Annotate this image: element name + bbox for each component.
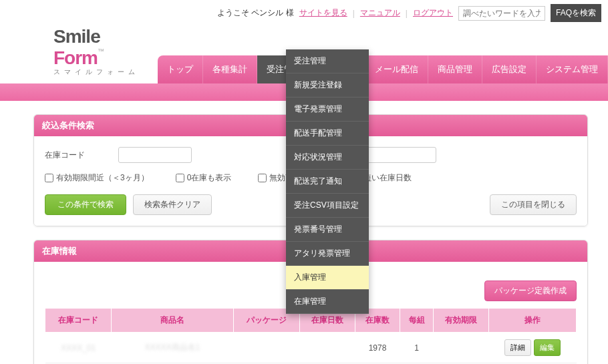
dropdown-item-8[interactable]: アタリ発票管理 (286, 242, 369, 266)
stock-table: 在庫コード商品名パッケージ在庫日数在庫数每組有効期限操作 XXXX_01XXXX… (45, 308, 577, 364)
nav-item-6[interactable]: 広告設定 (482, 55, 537, 83)
dropdown-item-6[interactable]: 受注CSV項目設定 (286, 194, 369, 218)
dropdown-item-0[interactable]: 受注管理 (286, 49, 369, 73)
check-1[interactable]: 0在庫も表示 (176, 172, 232, 184)
dropdown-item-4[interactable]: 対応状況管理 (286, 146, 369, 170)
dropdown-item-2[interactable]: 電子発票管理 (286, 98, 369, 122)
dropdown-item-3[interactable]: 配送手配管理 (286, 122, 369, 146)
dropdown-item-5[interactable]: 配送完了通知 (286, 170, 369, 194)
dropdown-item-1[interactable]: 新規受注登録 (286, 73, 369, 98)
search-button[interactable]: この条件で検索 (45, 194, 126, 215)
cell (300, 333, 355, 363)
col-1: 商品名 (112, 309, 233, 333)
cell: 1978 (355, 333, 400, 363)
col-0: 在庫コード (45, 309, 112, 333)
col-5: 每組 (400, 309, 433, 333)
nav-item-0[interactable]: トップ (158, 55, 203, 83)
cell (434, 333, 489, 363)
nav-item-4[interactable]: メール配信 (365, 55, 428, 83)
detail-button[interactable]: 詳細 (504, 339, 531, 356)
edit-button[interactable]: 編集 (534, 339, 561, 356)
cell (233, 333, 299, 363)
table-row: XXXX_01XXXXX商品名119781詳細編集 (45, 333, 577, 363)
cell-actions: 詳細編集 (489, 333, 577, 363)
cell: XXXX_01 (45, 333, 112, 363)
faq-search-input[interactable] (458, 6, 545, 21)
welcome-text: ようこそ ペンシル 様 (217, 7, 294, 19)
create-package-button[interactable]: パッケージ定義作成 (484, 281, 577, 301)
faq-search-button[interactable]: FAQを検索 (551, 4, 601, 22)
dropdown-item-10[interactable]: 在庫管理 (286, 290, 369, 314)
separator: | (353, 9, 355, 18)
nav-item-1[interactable]: 各種集計 (203, 55, 257, 83)
checkbox-1[interactable] (176, 174, 184, 182)
view-site-link[interactable]: サイトを見る (299, 7, 347, 19)
manual-link[interactable]: マニュアル (360, 7, 400, 19)
dropdown-item-7[interactable]: 発票番号管理 (286, 218, 369, 242)
cell: 1 (400, 333, 433, 363)
dropdown-item-9[interactable]: 入庫管理 (286, 266, 369, 290)
code-label: 在庫コード (45, 150, 85, 161)
col-7: 操作 (489, 309, 577, 333)
cell: XXXXX商品名1 (112, 333, 233, 363)
separator: | (406, 9, 408, 18)
check-0[interactable]: 有効期限間近（＜3ヶ月） (45, 172, 149, 184)
logo: Smile Form™ スマイルフォーム (0, 26, 151, 83)
code-input[interactable] (118, 147, 192, 163)
checkbox-0[interactable] (45, 174, 53, 182)
clear-button[interactable]: 検索条件クリア (133, 194, 212, 215)
nav-item-5[interactable]: 商品管理 (428, 55, 482, 83)
checkbox-2[interactable] (258, 174, 267, 182)
name-input[interactable] (363, 147, 436, 163)
col-6: 有効期限 (434, 309, 489, 333)
close-panel-button[interactable]: この項目を閉じる (490, 194, 577, 215)
nav-item-7[interactable]: システム管理 (537, 55, 608, 83)
logout-link[interactable]: ログアウト (413, 7, 453, 19)
main-nav: トップ各種集計受注管理顧客管理メール配信商品管理広告設定システム管理 (158, 55, 608, 83)
order-dropdown: 受注管理新規受注登録電子発票管理配送手配管理対応状況管理配送完了通知受注CSV項… (286, 49, 369, 314)
